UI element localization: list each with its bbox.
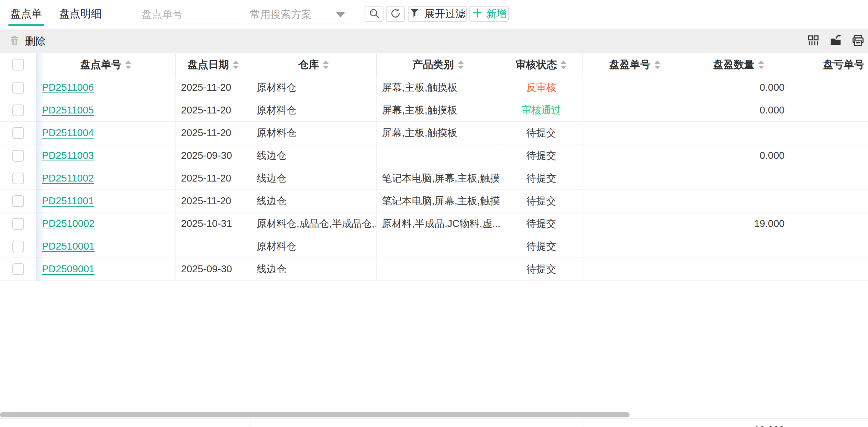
order-no-link[interactable]: PD2511004 bbox=[42, 127, 94, 139]
warehouse-cell: 原材料仓 bbox=[251, 235, 377, 258]
order-no-link[interactable]: PD2510002 bbox=[42, 218, 94, 229]
tab-inventory-detail[interactable]: 盘点明细 bbox=[59, 0, 102, 28]
order-no-link[interactable]: PD2511003 bbox=[42, 150, 94, 161]
summary-cell bbox=[36, 419, 175, 427]
delete-button[interactable]: 删除 bbox=[8, 34, 46, 49]
count-date-cell: 2025-09-30 bbox=[176, 258, 251, 280]
expand-filter-button[interactable]: 展开过滤 bbox=[408, 6, 467, 22]
delete-label: 删除 bbox=[25, 34, 46, 48]
sort-arrows-icon[interactable] bbox=[323, 61, 329, 69]
order-no-search-input[interactable] bbox=[142, 6, 240, 23]
header-label: 盘点日期 bbox=[188, 58, 229, 72]
surplus-order-no-cell bbox=[582, 258, 687, 280]
table-body: PD2511006 2025-11-20 原材料仓 屏幕,主板,触摸板 反审核 … bbox=[0, 76, 868, 281]
row-checkbox[interactable] bbox=[12, 82, 24, 94]
surplus-qty-cell: 0.000 bbox=[687, 76, 790, 99]
row-checkbox[interactable] bbox=[12, 127, 24, 139]
header-label: 盘盈数量 bbox=[713, 58, 754, 72]
header-loss-order-no[interactable]: 盘亏单号 bbox=[790, 53, 868, 76]
header-order-no[interactable]: 盘点单号 bbox=[36, 53, 176, 76]
add-button[interactable]: 新增 bbox=[469, 6, 509, 22]
select-all-checkbox[interactable] bbox=[12, 59, 24, 70]
row-checkbox[interactable] bbox=[12, 173, 24, 184]
order-no-link[interactable]: PD2511001 bbox=[42, 195, 94, 207]
header-warehouse[interactable]: 仓库 bbox=[251, 53, 377, 76]
row-checkbox[interactable] bbox=[12, 195, 24, 207]
count-date-cell: 2025-09-30 bbox=[176, 144, 251, 167]
row-select-cell bbox=[0, 235, 36, 258]
sort-arrows-icon[interactable] bbox=[758, 61, 764, 69]
tab-inventory-count[interactable]: 盘点单 bbox=[10, 0, 42, 28]
warehouse-cell: 原材料仓,成品仓,半成品仓,... bbox=[251, 212, 377, 235]
row-checkbox[interactable] bbox=[12, 218, 24, 230]
warehouse-cell: 线边仓 bbox=[251, 167, 377, 189]
order-no-cell: PD2510001 bbox=[36, 235, 176, 258]
trash-icon bbox=[8, 34, 21, 49]
loss-order-no-cell bbox=[790, 235, 868, 258]
product-category-cell: 笔记本电脑,屏幕,主板,触摸板 bbox=[377, 190, 500, 212]
search-button[interactable] bbox=[365, 6, 383, 22]
product-category-cell: 原材料,半成品,JC物料,虚... bbox=[377, 212, 500, 235]
refresh-icon bbox=[390, 8, 401, 21]
order-no-link[interactable]: PD2511006 bbox=[42, 82, 94, 93]
row-select-cell bbox=[0, 76, 36, 99]
table-row: PD2511005 2025-11-20 原材料仓 屏幕,主板,触摸板 审核通过… bbox=[0, 99, 868, 122]
surplus-qty-cell: 0.000 bbox=[687, 99, 790, 121]
surplus-qty-cell: 0.000 bbox=[687, 144, 790, 167]
order-no-link[interactable]: PD2510001 bbox=[42, 241, 94, 252]
sort-arrows-icon[interactable] bbox=[654, 61, 660, 69]
audit-status-cell: 审核通过 bbox=[500, 99, 582, 121]
order-no-link[interactable]: PD2509001 bbox=[42, 263, 94, 275]
row-select-cell bbox=[0, 122, 36, 144]
row-checkbox[interactable] bbox=[12, 263, 24, 275]
header-count-date[interactable]: 盘点日期 bbox=[176, 53, 251, 76]
surplus-order-no-cell bbox=[582, 144, 687, 167]
order-no-cell: PD2509001 bbox=[36, 258, 176, 280]
inventory-table: 盘点单号 盘点日期 仓库 产品类别 审核状态 盘盈单号 盘盈数量 盘亏单号 bbox=[0, 53, 868, 427]
product-category-cell: 屏幕,主板,触摸板 bbox=[377, 122, 500, 144]
surplus-order-no-cell bbox=[582, 212, 687, 235]
order-no-link[interactable]: PD2511005 bbox=[42, 105, 94, 116]
sort-arrows-icon[interactable] bbox=[233, 61, 239, 69]
sort-arrows-icon[interactable] bbox=[125, 61, 131, 69]
audit-status-cell: 待提交 bbox=[500, 190, 582, 212]
print-button[interactable] bbox=[852, 35, 865, 48]
row-checkbox[interactable] bbox=[12, 150, 24, 162]
order-no-cell: PD2510002 bbox=[36, 212, 176, 235]
audit-status-cell: 待提交 bbox=[500, 258, 582, 280]
tab-label: 盘点明细 bbox=[59, 7, 102, 21]
add-label: 新增 bbox=[486, 7, 507, 21]
product-category-cell bbox=[377, 235, 500, 258]
warehouse-cell: 线边仓 bbox=[251, 258, 377, 280]
surplus-order-no-cell bbox=[582, 235, 687, 258]
order-no-link[interactable]: PD2511002 bbox=[42, 173, 94, 184]
row-select-cell bbox=[0, 212, 36, 235]
row-checkbox[interactable] bbox=[12, 105, 24, 116]
count-date-cell: 2025-11-20 bbox=[176, 122, 251, 144]
header-surplus-qty[interactable]: 盘盈数量 bbox=[687, 53, 790, 76]
expand-filter-label: 展开过滤 bbox=[425, 7, 466, 21]
header-audit-status[interactable]: 审核状态 bbox=[500, 53, 582, 76]
summary-row: 19.000 bbox=[0, 418, 868, 427]
saved-search-select[interactable]: 常用搜索方案 bbox=[248, 6, 355, 23]
order-no-cell: PD2511003 bbox=[36, 144, 176, 167]
header-label: 审核状态 bbox=[515, 58, 557, 72]
table-tools bbox=[807, 35, 865, 48]
horizontal-scrollbar[interactable] bbox=[0, 412, 630, 417]
row-select-cell bbox=[0, 167, 36, 189]
header-product-category[interactable]: 产品类别 bbox=[377, 53, 500, 76]
sort-arrows-icon[interactable] bbox=[560, 61, 567, 69]
row-select-cell bbox=[0, 144, 36, 167]
header-surplus-order-no[interactable]: 盘盈单号 bbox=[582, 53, 687, 76]
column-settings-button[interactable] bbox=[807, 35, 820, 48]
surplus-order-no-cell bbox=[582, 122, 687, 144]
row-checkbox[interactable] bbox=[12, 241, 24, 252]
warehouse-cell: 原材料仓 bbox=[251, 122, 377, 144]
header-label: 产品类别 bbox=[413, 58, 454, 72]
order-no-cell: PD2511004 bbox=[36, 122, 176, 144]
export-button[interactable] bbox=[829, 35, 842, 48]
sort-arrows-icon[interactable] bbox=[458, 61, 464, 69]
refresh-button[interactable] bbox=[386, 6, 405, 22]
product-category-cell bbox=[377, 144, 500, 167]
summary-cell bbox=[175, 419, 251, 427]
